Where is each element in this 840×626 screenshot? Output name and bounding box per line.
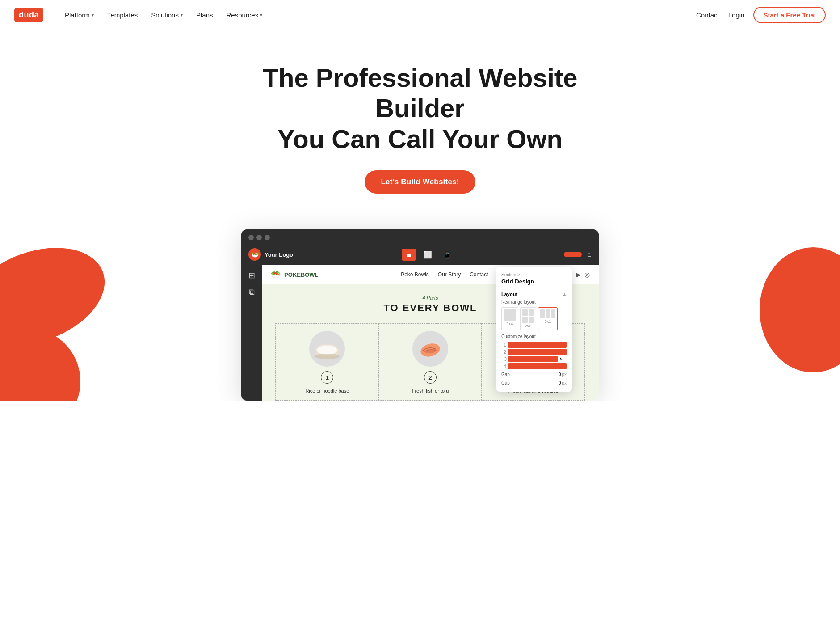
row-4: 4 [501,363,567,369]
dot-minimize [256,235,262,240]
row-3: 3 ↖ [501,356,567,362]
instagram-icon: ◎ [584,271,590,278]
customize-rows: 1 2 3 ↖ [501,342,567,369]
svg-point-6 [315,354,340,359]
site-logo-icon: 🥗 [271,270,281,279]
nav-plans[interactable]: Plans [191,8,218,22]
svg-point-2 [760,247,840,372]
website-preview: 🥗 POKEBOWL Poké Bowls Our Story Contact … [262,265,599,401]
layers-icon[interactable]: ⊞ [248,271,255,280]
toolbar-right: ⌂ [564,250,592,258]
svg-point-1 [0,328,80,401]
gap-input-1[interactable]: 0 px [559,372,567,377]
mobile-device-btn[interactable]: 📱 [439,249,455,261]
toolbar-logo: 🥗 Your Logo [248,248,293,261]
hero-section: The Professional Website Builder You Can… [0,30,840,211]
grid-design-panel: Section > Grid Design Layout ▲ Rearrange… [496,267,572,392]
browser-body: ⊞ ⧉ 🥗 POKEBOWL Poké Bowls Our Story Cont… [241,265,599,401]
hero-headline: The Professional Website Builder You Can… [259,63,581,154]
duda-logo[interactable]: duda [14,8,43,22]
layout-option-2col[interactable]: 2x2 [520,307,536,330]
chevron-down-icon: ▾ [92,13,94,17]
panel-layout-section: Layout ▲ [501,292,567,297]
grid-item-1: 1 Rice or noodle base [276,323,379,400]
site-nav-links: Poké Bowls Our Story Contact [401,271,488,278]
nav-resources[interactable]: Resources ▾ [221,8,268,22]
step-number-2: 2 [424,371,437,384]
panel-breadcrumb: Section > [501,272,567,277]
device-switcher: 🖥 ⬜ 📱 [402,249,455,261]
chevron-icon: ▲ [563,292,567,296]
cursor-icon: ↖ [559,356,564,362]
contact-link[interactable]: Contact [696,11,719,19]
food-image-2 [412,331,448,367]
layout-options: 1x4 2x2 [501,307,567,330]
toolbar-publish-btn[interactable] [564,252,582,257]
builder-sidebar: ⊞ ⧉ [241,265,262,401]
start-free-trial-button[interactable]: Start a Free Trial [753,7,826,23]
desktop-device-btn[interactable]: 🖥 [402,249,416,261]
tablet-device-btn[interactable]: ⬜ [420,249,436,261]
nav-links: Platform ▾ Templates Solutions ▾ Plans R… [59,8,696,22]
chevron-down-icon: ▾ [260,13,262,17]
svg-point-5 [317,346,337,355]
home-icon[interactable]: ⌂ [587,250,592,258]
browser-titlebar [241,229,599,245]
youtube-icon: ▶ [576,271,581,278]
navigation: duda Platform ▾ Templates Solutions ▾ Pl… [0,0,840,30]
step-number-1: 1 [321,371,333,384]
logo-icon: 🥗 [248,248,261,261]
grid-item-2: 2 Fresh fish or tofu [379,323,482,400]
deco-left-shape [0,229,116,401]
dot-close [248,235,254,240]
step-label-1: Rice or noodle base [305,388,349,393]
site-logo: 🥗 POKEBOWL [271,270,319,279]
nav-platform[interactable]: Platform ▾ [59,8,99,22]
svg-point-0 [0,230,116,363]
row-1: 1 [501,342,567,348]
browser-dots [248,235,270,240]
site-nav-link-2[interactable]: Contact [470,271,488,278]
templates-icon[interactable]: ⧉ [249,288,255,297]
customize-layout-label: Customize layout [501,334,567,339]
gap-row-1: Gap 0 px [501,371,567,378]
deco-right-shape [751,238,840,381]
chevron-down-icon: ▾ [181,13,183,17]
gap-row-2: Gap 0 px [501,380,567,386]
dot-maximize [265,235,270,240]
nav-right: Contact Login Start a Free Trial [696,7,826,23]
builder-toolbar: 🥗 Your Logo 🖥 ⬜ 📱 ⌂ [241,245,599,265]
panel-title: Grid Design [501,278,567,288]
nav-solutions[interactable]: Solutions ▾ [146,8,188,22]
site-nav-link-0[interactable]: Poké Bowls [401,271,429,278]
panel-rearrange-label: Rearrange layout [501,300,567,305]
row-2: 2 [501,349,567,355]
layout-option-3col[interactable]: 3x1 [538,307,558,330]
gap-input-2[interactable]: 0 px [559,381,567,385]
layout-option-1col[interactable]: 1x4 [501,307,518,330]
site-nav-link-1[interactable]: Our Story [438,271,461,278]
login-link[interactable]: Login [728,11,745,19]
site-social-icons: f ▶ ◎ [571,271,590,278]
browser-window: 🥗 Your Logo 🖥 ⬜ 📱 ⌂ ⊞ ⧉ [241,229,599,401]
cta-button[interactable]: Let's Build Websites! [365,170,475,194]
mockup-section: 🥗 Your Logo 🖥 ⬜ 📱 ⌂ ⊞ ⧉ [0,211,840,401]
nav-templates[interactable]: Templates [102,8,143,22]
food-image-1 [309,331,345,367]
step-label-2: Fresh fish or tofu [412,388,449,393]
